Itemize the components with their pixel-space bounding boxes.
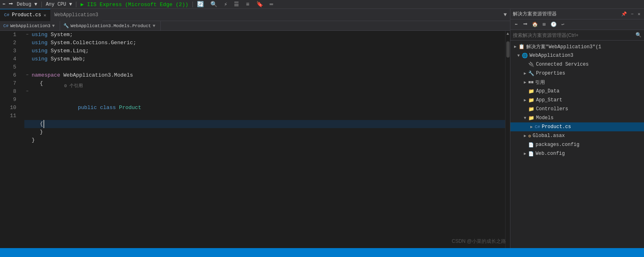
cpu-dropdown[interactable]: Any CPU ▼ [46,2,72,7]
ln-3: 3 [2,47,16,55]
se-minus-btn[interactable]: − [630,11,635,17]
se-controls: 📌 − ✕ [620,11,642,17]
se-time-btn[interactable]: 🕐 [549,21,558,29]
code-line-6: − namespace WebApplication3.Models [24,71,505,79]
debug-dropdown[interactable]: Debug ▼ [17,2,37,7]
tree-item-connected-services[interactable]: 🔌 Connected Services [510,60,644,69]
tab-label-webapplication3: WebApplication3 [54,12,98,18]
path-segment-left[interactable]: C# WebApplication3 ▼ [0,21,60,31]
expand-properties[interactable]: ▶ [522,71,528,76]
line-numbers: 1 2 3 4 5 6 7 8 9 10 11 [0,31,19,257]
se-search-icon: 🔍 [635,32,642,38]
tab-label-product-cs: Product.cs [12,12,41,18]
tree-item-web-config[interactable]: ▶ 📄 Web.config [510,149,644,158]
product-cs-label: Product.cs [542,124,571,130]
forward-btn[interactable]: ⮕ [9,1,13,7]
se-grid-btn[interactable]: ⊞ [540,21,548,29]
editor-scrollbar[interactable]: ▲ ▼ [505,31,510,257]
run-button[interactable]: ▶ IIS Express (Microsoft Edge (2)) [80,1,188,8]
se-pin-btn[interactable]: 📌 [620,11,628,17]
code-line-2: using System.Collections.Generic; [24,39,505,47]
tree-item-packages-config[interactable]: 📄 packages.config [510,140,644,149]
ln-10: 10 [2,104,16,112]
tab-close-product-cs[interactable]: ✕ [43,13,46,18]
tree-item-app-data[interactable]: 📁 App_Data [510,87,644,96]
path-segment-right[interactable]: 🔧 WebApplication3.Models.Product ▼ [60,21,161,31]
tree-item-product-cs[interactable]: ▶ C# Product.cs [510,122,644,131]
code-line-11: } [24,136,505,144]
sep1 [41,2,42,7]
ln-8: 8 [2,88,16,96]
expand-app-data [522,89,528,94]
fold-1[interactable]: − [24,31,30,39]
expand-connected [522,62,528,67]
path-bar: C# WebApplication3 ▼ 🔧 WebApplication3.M… [0,21,510,31]
scroll-thumb[interactable] [506,41,510,58]
se-home-btn[interactable]: 🏠 [531,21,539,29]
expand-models[interactable]: ▼ [522,116,528,120]
fold-3 [24,47,30,55]
fold-5 [24,63,30,71]
code-line-10: } [24,128,505,136]
expand-project[interactable]: ▼ [515,54,522,58]
references-icon: ■■ [528,80,534,85]
fold-11 [24,136,30,144]
se-tree: ▶ 📋 解决方案"WebApplication3"(1 ▼ 🌐 WebAppli… [510,41,644,257]
expand-references[interactable]: ▶ [522,80,528,85]
tree-item-properties[interactable]: ▶ 🔧 Properties [510,69,644,78]
toolbar-icons: 🔄 🔍 ⚡ ☰ ≡ 🔖 ═ [197,1,275,8]
references-label: 引用 [535,79,545,86]
code-editor[interactable]: − using System; using System.Collections… [19,31,505,257]
connected-icon: 🔌 [528,62,534,68]
expand-solution[interactable]: ▶ [512,44,519,49]
product-cs-icon: C# [535,124,540,129]
code-container[interactable]: 1 2 3 4 5 6 7 8 9 10 11 − using System; [0,31,510,257]
expand-product-cs[interactable]: ▶ [528,124,535,129]
back-btn[interactable]: ⬅ [2,1,5,7]
tree-item-solution[interactable]: ▶ 📋 解决方案"WebApplication3"(1 [510,42,644,51]
models-label: Models [536,115,553,121]
expand-web-config[interactable]: ▶ [522,151,528,156]
expand-controllers [522,107,528,111]
scroll-track[interactable] [506,37,510,251]
se-close-btn[interactable]: ✕ [636,11,642,17]
ref-hint: 0 个引用 [64,82,83,90]
controllers-folder-icon: 📁 [528,106,534,112]
fold-7 [24,79,30,88]
global-asax-icon: ⚙ [528,133,531,139]
expand-packages-config [522,143,528,147]
se-header: 解决方案资源管理器 📌 − ✕ [510,9,644,19]
code-line-7: { [24,79,505,88]
tree-item-references[interactable]: ▶ ■■ 引用 [510,78,644,87]
app-data-label: App_Data [536,88,560,94]
app-data-folder-icon: 📁 [528,88,534,94]
fold-8[interactable]: − [24,88,30,96]
expand-global-asax[interactable]: ▶ [522,133,528,138]
tree-item-controllers[interactable]: 📁 Controllers [510,105,644,114]
tree-item-models[interactable]: ▼ 📁 Models [510,114,644,122]
scroll-up-btn[interactable]: ▲ [506,31,510,37]
fold-2 [24,39,30,47]
code-line-9: { [24,120,505,128]
se-back-btn[interactable]: ⬅ [512,21,520,29]
main-toolbar: ⬅ ⮕ Debug ▼ Any CPU ▼ ▶ IIS Express (Mic… [0,0,644,9]
se-fwd-btn[interactable]: ⮕ [521,21,529,29]
sep2 [76,2,76,7]
tree-item-global-asax[interactable]: ▶ ⚙ Global.asax [510,131,644,140]
connected-services-label: Connected Services [536,62,589,67]
fold-10 [24,128,30,136]
tree-item-project[interactable]: ▼ 🌐 WebApplication3 [510,51,644,60]
tab-overflow-btn[interactable]: ▼ [500,12,510,18]
tab-product-cs[interactable]: C# Product.cs ✕ [0,9,50,21]
tab-webapplication3[interactable]: WebApplication3 [50,9,102,21]
tree-item-app-start[interactable]: ▶ 📁 App_Start [510,96,644,105]
fold-4 [24,55,30,63]
properties-icon: 🔧 [528,71,534,77]
editor-area: C# Product.cs ✕ WebApplication3 ▼ C# Web… [0,9,510,257]
se-search-bar[interactable]: 🔍 [510,30,644,41]
expand-app-start[interactable]: ▶ [522,98,528,103]
se-sync-btn[interactable]: ↩ [559,21,567,29]
se-search-input[interactable] [513,32,635,38]
packages-config-icon: 📄 [528,142,534,148]
fold-6[interactable]: − [24,71,30,79]
